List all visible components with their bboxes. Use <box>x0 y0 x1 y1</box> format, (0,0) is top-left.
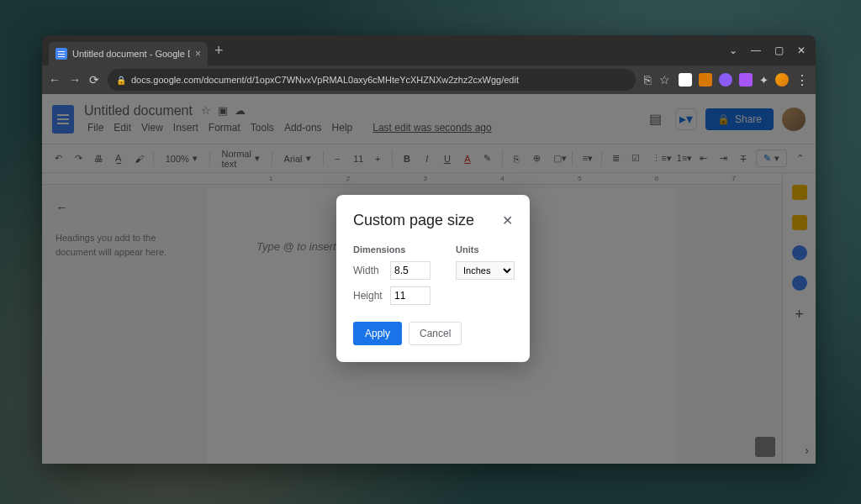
height-input[interactable] <box>390 286 430 305</box>
profile-icon[interactable] <box>775 73 789 87</box>
extensions-icon[interactable]: ✦ <box>759 74 769 87</box>
apply-button[interactable]: Apply <box>353 322 402 345</box>
new-tab-button[interactable]: + <box>214 42 224 60</box>
width-input[interactable] <box>390 261 430 280</box>
minimize-icon[interactable]: — <box>751 45 761 56</box>
width-label: Width <box>353 265 385 276</box>
dimensions-label: Dimensions <box>353 244 430 255</box>
extensions: ✦ ⋮ <box>679 72 809 88</box>
forward-icon[interactable]: → <box>69 73 81 87</box>
ext-icon-1[interactable] <box>679 73 692 87</box>
ext-icon-2[interactable] <box>699 73 712 87</box>
back-icon[interactable]: ← <box>49 73 61 87</box>
dialog-close-icon[interactable]: ✕ <box>502 213 513 228</box>
units-label: Units <box>456 244 515 255</box>
maximize-icon[interactable]: ▢ <box>774 45 784 56</box>
tab-title: Untitled document - Google Doc <box>72 49 190 59</box>
reload-icon[interactable]: ⟳ <box>89 73 99 87</box>
menu-icon[interactable]: ⋮ <box>795 72 809 88</box>
ext-icon-4[interactable] <box>739 73 753 87</box>
close-window-icon[interactable]: ✕ <box>797 45 806 56</box>
url-text: docs.google.com/document/d/1opxC7WNvxVpR… <box>131 75 519 85</box>
docs-favicon-icon <box>55 48 67 60</box>
browser-tab[interactable]: Untitled document - Google Doc × <box>49 42 208 66</box>
titlebar: Untitled document - Google Doc × + ⌄ — ▢… <box>42 35 816 66</box>
custom-page-size-dialog: Custom page size ✕ Dimensions Width Heig… <box>336 195 530 362</box>
address-bar: ← → ⟳ 🔒 docs.google.com/document/d/1opxC… <box>42 66 816 94</box>
ext-icon-3[interactable] <box>719 73 732 87</box>
lock-icon: 🔒 <box>116 76 126 85</box>
url-input[interactable]: 🔒 docs.google.com/document/d/1opxC7WNvxV… <box>108 69 636 91</box>
star-icon[interactable]: ☆ <box>659 73 670 87</box>
window-controls: ⌄ — ▢ ✕ <box>729 45 816 56</box>
units-select[interactable]: Inches <box>456 261 515 280</box>
caret-down-icon[interactable]: ⌄ <box>729 45 737 56</box>
cancel-button[interactable]: Cancel <box>409 322 462 345</box>
dialog-title: Custom page size <box>353 212 474 229</box>
install-icon[interactable]: ⎘ <box>644 73 651 87</box>
height-label: Height <box>353 290 385 302</box>
tab-close-icon[interactable]: × <box>195 48 201 60</box>
